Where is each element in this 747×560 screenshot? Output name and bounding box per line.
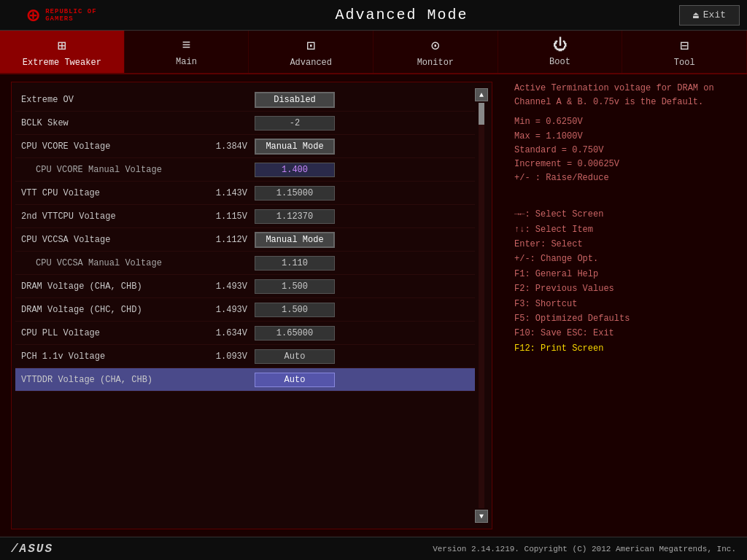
- scroll-track: [479, 103, 484, 508]
- key-hint-line: +/-: Change Opt.: [514, 252, 736, 266]
- exit-icon: ⏏: [693, 9, 699, 21]
- setting-current-value: 1.634V: [196, 328, 255, 338]
- setting-current-value: 1.093V: [196, 351, 255, 362]
- setting-value-box: 1.15000: [255, 186, 335, 201]
- setting-value-box: Auto: [255, 373, 335, 387]
- extreme-tweaker-label: Extreme Tweaker: [23, 58, 101, 68]
- setting-value-container: Auto: [255, 373, 469, 387]
- tab-extreme-tweaker[interactable]: ⊞Extreme Tweaker: [0, 31, 125, 73]
- setting-label: 2nd VTTCPU Voltage: [21, 211, 196, 222]
- main-label: Main: [176, 57, 197, 67]
- setting-label: DRAM Voltage (CHC, CHD): [21, 305, 196, 315]
- setting-current-value: 1.115V: [196, 211, 255, 222]
- main-content: Extreme OVDisabledBCLK Skew-2CPU VCORE V…: [0, 74, 747, 537]
- setting-value-box: 1.65000: [255, 326, 335, 341]
- scroll-up-button[interactable]: ▲: [475, 88, 488, 101]
- setting-value-container: 1.15000: [255, 186, 469, 201]
- footer-logo: /ASUS: [11, 542, 53, 556]
- tool-label: Tool: [674, 58, 695, 68]
- tab-monitor[interactable]: ⊙Monitor: [374, 31, 498, 73]
- help-desc-text: Active Termination voltage for DRAM on C…: [514, 82, 736, 109]
- key-hint-line: F3: Shortcut: [514, 297, 736, 311]
- tool-icon: ⊟: [680, 36, 689, 55]
- setting-value-box: -2: [255, 116, 335, 131]
- boot-label: Boot: [549, 57, 570, 67]
- logo-text-block: REPUBLIC OF GAMERS: [45, 8, 96, 23]
- setting-value-container: 1.500: [255, 279, 469, 294]
- setting-value-box[interactable]: Disabled: [255, 92, 335, 108]
- setting-value-box[interactable]: Manual Mode: [255, 232, 335, 248]
- help-min: Min = 0.6250V: [514, 115, 736, 129]
- tab-main[interactable]: ≡Main: [125, 31, 249, 73]
- table-row[interactable]: DRAM Voltage (CHC, CHD)1.493V1.500: [15, 298, 475, 322]
- table-row[interactable]: VTT CPU Voltage1.143V1.15000: [15, 182, 475, 205]
- table-row[interactable]: CPU VCCSA Voltage1.112VManual Mode: [15, 228, 475, 252]
- setting-value-box[interactable]: Manual Mode: [255, 139, 335, 155]
- help-panel: Active Termination voltage for DRAM on C…: [503, 74, 747, 537]
- advanced-icon: ⊡: [306, 36, 315, 55]
- setting-label: CPU VCCSA Voltage: [21, 235, 196, 245]
- rog-symbol: ⊕: [27, 3, 39, 28]
- key-hint-line: F1: General Help: [514, 267, 736, 281]
- exit-button[interactable]: ⏏ Exit: [679, 5, 740, 26]
- setting-label: VTTDDR Voltage (CHA, CHB): [21, 375, 196, 385]
- setting-value-container: 1.65000: [255, 326, 469, 341]
- settings-box: Extreme OVDisabledBCLK Skew-2CPU VCORE V…: [11, 82, 492, 529]
- table-row[interactable]: 2nd VTTCPU Voltage1.115V1.12370: [15, 205, 475, 228]
- table-row[interactable]: DRAM Voltage (CHA, CHB)1.493V1.500: [15, 275, 475, 298]
- setting-label: CPU PLL Voltage: [21, 328, 196, 338]
- table-row[interactable]: CPU VCORE Manual Voltage1.400: [15, 158, 475, 182]
- setting-value-box: Auto: [255, 349, 335, 364]
- table-row[interactable]: CPU VCCSA Manual Voltage1.110: [15, 252, 475, 275]
- table-row[interactable]: BCLK Skew-2: [15, 112, 475, 135]
- header: ⊕ REPUBLIC OF GAMERS Advanced Mode ⏏ Exi…: [0, 0, 747, 31]
- help-raise-reduce: +/- : Raise/Reduce: [514, 171, 736, 185]
- setting-current-value: 1.493V: [196, 305, 255, 315]
- footer: /ASUS Version 2.14.1219. Copyright (C) 2…: [0, 537, 747, 560]
- setting-current-value: 1.493V: [196, 281, 255, 292]
- logo-area: ⊕ REPUBLIC OF GAMERS: [0, 3, 124, 28]
- setting-value-box: 1.500: [255, 279, 335, 294]
- tab-tool[interactable]: ⊟Tool: [622, 31, 747, 73]
- scrollbar: ▲ ▼: [475, 88, 488, 523]
- boot-icon: ⏻: [553, 36, 568, 54]
- table-row[interactable]: PCH 1.1v Voltage1.093VAuto: [15, 345, 475, 368]
- key-hint-line: Enter: Select: [514, 237, 736, 252]
- key-hint-line: F2: Previous Values: [514, 281, 736, 296]
- scroll-thumb[interactable]: [479, 103, 484, 125]
- table-row[interactable]: CPU PLL Voltage1.634V1.65000: [15, 322, 475, 345]
- tab-boot[interactable]: ⏻Boot: [498, 31, 623, 73]
- key-hint-line: →←: Select Screen: [514, 207, 736, 222]
- table-row[interactable]: VTTDDR Voltage (CHA, CHB)Auto: [15, 368, 475, 392]
- nav-tabs: ⊞Extreme Tweaker≡Main⊡Advanced⊙Monitor⏻B…: [0, 31, 747, 74]
- settings-panel: Extreme OVDisabledBCLK Skew-2CPU VCORE V…: [0, 74, 503, 537]
- logo-line2: GAMERS: [45, 15, 96, 23]
- scroll-down-button[interactable]: ▼: [475, 510, 488, 523]
- exit-label: Exit: [703, 9, 726, 20]
- setting-label: VTT CPU Voltage: [21, 188, 196, 198]
- setting-value-container: Manual Mode: [255, 139, 469, 155]
- setting-value-container: Auto: [255, 349, 469, 364]
- setting-value-container: Manual Mode: [255, 232, 469, 248]
- setting-label: CPU VCCSA Manual Voltage: [21, 258, 196, 268]
- tab-advanced[interactable]: ⊡Advanced: [249, 31, 374, 73]
- key-hint-line: F10: Save ESC: Exit: [514, 326, 736, 341]
- help-max: Max = 1.1000V: [514, 130, 736, 144]
- setting-current-value: 1.143V: [196, 188, 255, 198]
- setting-current-value: 1.112V: [196, 235, 255, 245]
- key-hints: →←: Select Screen↑↓: Select ItemEnter: S…: [514, 200, 736, 356]
- settings-list: Extreme OVDisabledBCLK Skew-2CPU VCORE V…: [15, 88, 475, 523]
- setting-label: DRAM Voltage (CHA, CHB): [21, 281, 196, 292]
- setting-value-box: 1.500: [255, 303, 335, 317]
- setting-label: Extreme OV: [21, 95, 196, 105]
- help-standard: Standard = 0.750V: [514, 144, 736, 158]
- table-row[interactable]: CPU VCORE Voltage1.384VManual Mode: [15, 135, 475, 158]
- key-hint-line: ↑↓: Select Item: [514, 222, 736, 237]
- monitor-label: Monitor: [417, 58, 454, 68]
- logo-line1: REPUBLIC OF: [45, 8, 96, 15]
- setting-value-container: 1.500: [255, 303, 469, 317]
- setting-value-container: 1.400: [255, 163, 469, 177]
- setting-value-box: 1.110: [255, 256, 335, 271]
- table-row[interactable]: Extreme OVDisabled: [15, 88, 475, 112]
- key-hint-line: F5: Optimized Defaults: [514, 311, 736, 326]
